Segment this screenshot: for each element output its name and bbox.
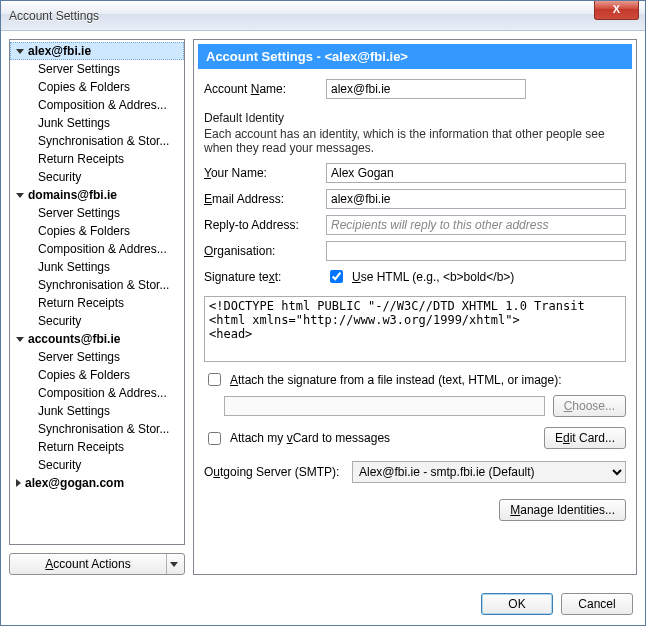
account-name-row: Account Name: (204, 79, 626, 99)
account-subitem[interactable]: Composition & Addres... (10, 240, 184, 258)
account-subitem[interactable]: Composition & Addres... (10, 96, 184, 114)
chevron-down-icon[interactable] (16, 49, 24, 54)
smtp-select[interactable]: Alex@fbi.ie - smtp.fbi.ie (Default) (352, 461, 626, 483)
account-row[interactable]: alex@fbi.ie (10, 42, 184, 60)
left-column: alex@fbi.ieServer SettingsCopies & Folde… (9, 39, 185, 575)
account-actions-label: Account Actions (10, 557, 166, 571)
attach-file-checkbox[interactable] (208, 373, 221, 386)
account-actions-row: Account Actions (9, 553, 185, 575)
email-label: Email Address: (204, 192, 318, 206)
account-subitem[interactable]: Server Settings (10, 204, 184, 222)
identity-hint: Each account has an identity, which is t… (204, 127, 626, 155)
your-name-input[interactable] (326, 163, 626, 183)
account-name-input[interactable] (326, 79, 526, 99)
account-actions-dropdown[interactable] (166, 554, 184, 574)
account-subitem[interactable]: Return Receipts (10, 150, 184, 168)
account-subitem[interactable]: Synchronisation & Stor... (10, 420, 184, 438)
use-html-label: Use HTML (e.g., <b>bold</b>) (352, 270, 514, 284)
org-label: Organisation: (204, 244, 318, 258)
window-title: Account Settings (9, 9, 99, 23)
account-subitem[interactable]: Copies & Folders (10, 222, 184, 240)
account-label: accounts@fbi.ie (28, 332, 120, 346)
account-subitem[interactable]: Server Settings (10, 348, 184, 366)
account-subitem[interactable]: Synchronisation & Stor... (10, 276, 184, 294)
account-subitem[interactable]: Copies & Folders (10, 78, 184, 96)
account-subitem[interactable]: Composition & Addres... (10, 384, 184, 402)
settings-panel: Account Settings - <alex@fbi.ie> Account… (193, 39, 637, 575)
account-subitem[interactable]: Security (10, 456, 184, 474)
sig-label: Signature text: (204, 270, 318, 284)
panel-header: Account Settings - <alex@fbi.ie> (198, 44, 632, 69)
account-subitem[interactable]: Security (10, 312, 184, 330)
account-subitem[interactable]: Security (10, 168, 184, 186)
account-row[interactable]: domains@fbi.ie (10, 186, 184, 204)
ok-button[interactable]: OK (481, 593, 553, 615)
account-row[interactable]: alex@gogan.com (10, 474, 184, 492)
account-subitem[interactable]: Synchronisation & Stor... (10, 132, 184, 150)
dialog-body: alex@fbi.ieServer SettingsCopies & Folde… (1, 31, 645, 583)
cancel-button[interactable]: Cancel (561, 593, 633, 615)
chevron-right-icon[interactable] (16, 479, 21, 487)
attach-vcard-label: Attach my vCard to messages (230, 431, 390, 445)
account-subitem[interactable]: Junk Settings (10, 258, 184, 276)
org-input[interactable] (326, 241, 626, 261)
default-identity-label: Default Identity (204, 111, 626, 125)
accounts-tree[interactable]: alex@fbi.ieServer SettingsCopies & Folde… (9, 39, 185, 545)
sig-file-path-input (224, 396, 545, 416)
manage-identities-button[interactable]: Manage Identities... (499, 499, 626, 521)
account-label: alex@gogan.com (25, 476, 124, 490)
dialog-button-bar: OK Cancel (1, 583, 645, 625)
email-input[interactable] (326, 189, 626, 209)
account-label: alex@fbi.ie (28, 44, 91, 58)
close-button[interactable]: X (594, 1, 639, 20)
signature-textarea[interactable]: <!DOCTYPE html PUBLIC "-//W3C//DTD XHTML… (204, 296, 626, 362)
chevron-down-icon[interactable] (16, 193, 24, 198)
edit-card-button[interactable]: Edit Card... (544, 427, 626, 449)
account-subitem[interactable]: Junk Settings (10, 114, 184, 132)
account-label: domains@fbi.ie (28, 188, 117, 202)
titlebar[interactable]: Account Settings X (1, 1, 645, 31)
attach-vcard-checkbox[interactable] (208, 432, 221, 445)
account-subitem[interactable]: Junk Settings (10, 402, 184, 420)
smtp-label: Outgoing Server (SMTP): (204, 465, 344, 479)
attach-file-label: Attach the signature from a file instead… (230, 373, 561, 387)
account-actions-button[interactable]: Account Actions (9, 553, 185, 575)
account-subitem[interactable]: Return Receipts (10, 438, 184, 456)
your-name-label: Your Name: (204, 166, 318, 180)
account-row[interactable]: accounts@fbi.ie (10, 330, 184, 348)
account-subitem[interactable]: Return Receipts (10, 294, 184, 312)
replyto-input[interactable] (326, 215, 626, 235)
chevron-down-icon[interactable] (16, 337, 24, 342)
account-name-label: Account Name: (204, 82, 318, 96)
replyto-label: Reply-to Address: (204, 218, 318, 232)
use-html-checkbox[interactable] (330, 270, 343, 283)
account-subitem[interactable]: Server Settings (10, 60, 184, 78)
account-subitem[interactable]: Copies & Folders (10, 366, 184, 384)
choose-file-button[interactable]: Choose... (553, 395, 626, 417)
account-settings-window: Account Settings X alex@fbi.ieServer Set… (0, 0, 646, 626)
